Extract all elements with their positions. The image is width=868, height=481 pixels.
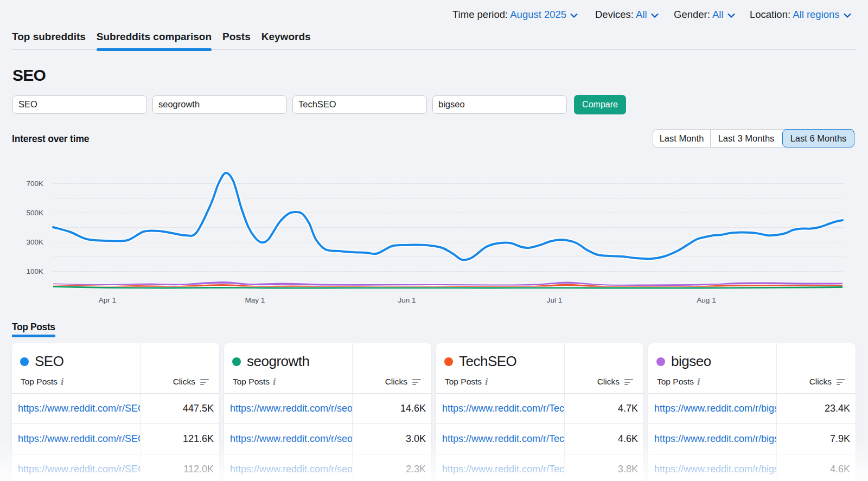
svg-text:Apr 1: Apr 1: [99, 296, 116, 304]
svg-text:300K: 300K: [26, 238, 43, 246]
svg-text:100K: 100K: [26, 267, 43, 275]
svg-text:700K: 700K: [26, 179, 43, 188]
svg-text:May 1: May 1: [245, 296, 265, 304]
svg-text:Jul 1: Jul 1: [547, 296, 563, 304]
svg-text:Aug 1: Aug 1: [697, 296, 716, 304]
svg-text:Jun 1: Jun 1: [398, 296, 416, 304]
svg-text:500K: 500K: [26, 209, 43, 217]
